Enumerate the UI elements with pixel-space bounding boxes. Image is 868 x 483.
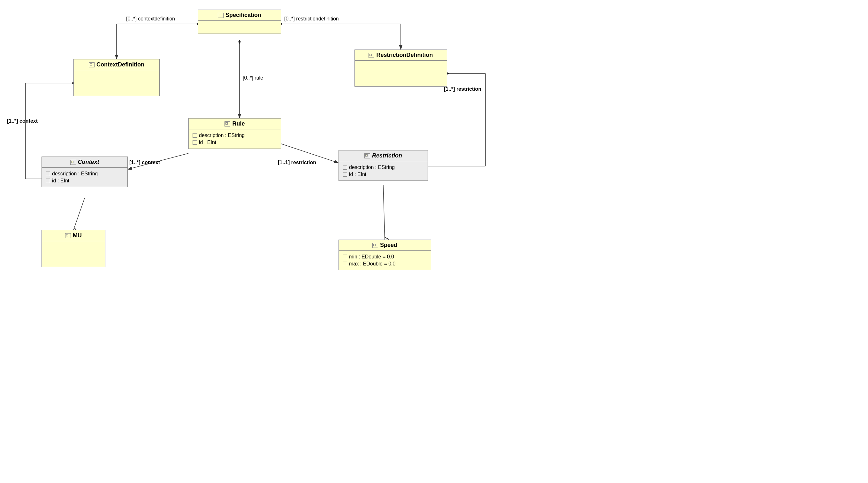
speed-attr-min-icon [343, 254, 347, 259]
restriction-attr-description: description : EString [343, 164, 424, 171]
class-icon-restrictiondefinition [369, 53, 374, 58]
class-icon-mu [65, 233, 71, 238]
class-speed: Speed min : EDouble = 0.0 max : EDouble … [339, 240, 431, 270]
label-context-left: [1..*] context [7, 118, 38, 124]
context-attr-description-icon [46, 172, 50, 176]
class-icon-restriction [364, 153, 370, 158]
label-restriction-right: [1..*] restriction [444, 86, 481, 92]
class-restriction-name: Restriction [372, 152, 402, 159]
rule-attr-description-icon [192, 133, 197, 138]
class-restrictiondefinition-body [355, 61, 447, 86]
restriction-attr-id-icon [343, 172, 347, 177]
class-contextdefinition: ContextDefinition [73, 59, 160, 96]
class-specification-header: Specification [198, 10, 281, 21]
diagram-container: [0..*] contextdefinition [0..*] restrict… [0, 0, 868, 483]
class-icon-rule [224, 121, 230, 126]
class-icon-contextdefinition [89, 62, 95, 67]
class-restriction-header: Restriction [339, 150, 428, 161]
class-mu-body [42, 241, 105, 267]
class-restrictiondefinition-name: RestrictionDefinition [376, 52, 433, 58]
class-restrictiondefinition-header: RestrictionDefinition [355, 50, 447, 61]
class-speed-header: Speed [339, 240, 431, 251]
class-rule-name: Rule [232, 120, 245, 127]
class-mu-name: MU [73, 232, 82, 239]
restriction-attr-description-icon [343, 165, 347, 170]
rule-attr-description-text: description : EString [199, 132, 245, 138]
class-icon-context [70, 160, 76, 165]
context-attr-id-icon [46, 179, 50, 183]
label-contextdefinition: [0..*] contextdefinition [126, 16, 175, 22]
class-mu: MU [41, 230, 105, 267]
class-specification: Specification [198, 9, 281, 34]
class-specification-body [198, 21, 281, 34]
class-restriction: Restriction description : EString id : E… [339, 150, 428, 181]
class-rule: Rule description : EString id : EInt [188, 118, 281, 149]
class-restriction-body: description : EString id : EInt [339, 161, 428, 180]
rule-attr-id-text: id : EInt [199, 140, 216, 145]
class-specification-name: Specification [225, 12, 261, 19]
restriction-attr-id-text: id : EInt [349, 172, 366, 177]
class-context-body: description : EString id : EInt [42, 168, 127, 187]
label-context-bottom: [1..*] context [129, 160, 160, 165]
context-attr-id-text: id : EInt [52, 178, 69, 184]
class-context-header: Context [42, 157, 127, 168]
label-restriction-mid: [1..1] restriction [278, 160, 316, 165]
class-contextdefinition-body [74, 70, 159, 96]
speed-attr-min-text: min : EDouble = 0.0 [349, 254, 394, 260]
class-icon-speed [372, 243, 378, 248]
label-restrictiondefinition: [0..*] restrictiondefinition [284, 16, 339, 22]
class-context: Context description : EString id : EInt [41, 156, 128, 187]
context-attr-description: description : EString [46, 170, 124, 177]
class-speed-body: min : EDouble = 0.0 max : EDouble = 0.0 [339, 251, 431, 270]
class-contextdefinition-name: ContextDefinition [96, 61, 144, 68]
svg-line-21 [73, 198, 85, 230]
speed-attr-max-text: max : EDouble = 0.0 [349, 261, 395, 267]
speed-attr-max: max : EDouble = 0.0 [343, 260, 427, 267]
context-attr-id: id : EInt [46, 177, 124, 184]
class-icon-specification [218, 13, 223, 18]
class-context-name: Context [78, 159, 99, 165]
class-rule-body: description : EString id : EInt [189, 129, 281, 149]
context-attr-description-text: description : EString [52, 171, 98, 177]
class-restrictiondefinition: RestrictionDefinition [354, 50, 447, 87]
svg-marker-10 [238, 40, 241, 44]
class-speed-name: Speed [380, 242, 397, 248]
class-rule-header: Rule [189, 119, 281, 129]
class-contextdefinition-header: ContextDefinition [74, 59, 159, 70]
restriction-attr-description-text: description : EString [349, 164, 395, 170]
rule-attr-id-icon [192, 140, 197, 145]
rule-attr-id: id : EInt [192, 139, 277, 146]
svg-line-22 [383, 185, 385, 240]
speed-attr-max-icon [343, 262, 347, 266]
label-rule: [0..*] rule [243, 75, 263, 81]
restriction-attr-id: id : EInt [343, 171, 424, 178]
speed-attr-min: min : EDouble = 0.0 [343, 253, 427, 260]
rule-attr-description: description : EString [192, 132, 277, 139]
class-mu-header: MU [42, 230, 105, 241]
